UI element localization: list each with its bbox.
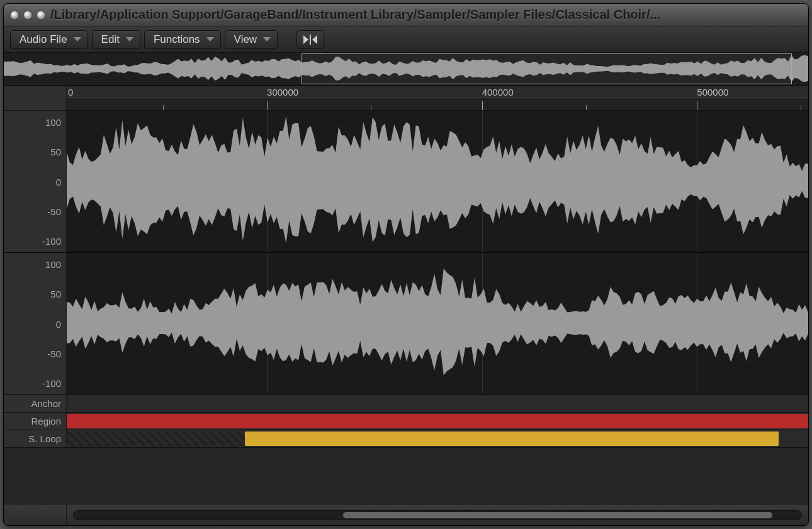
audio-file-menu[interactable]: Audio File: [10, 30, 88, 49]
svg-marker-0: [303, 35, 308, 44]
waveform-channel-left[interactable]: [67, 111, 808, 252]
amp-label: -50: [47, 206, 61, 216]
chevron-down-icon: [263, 37, 271, 42]
ruler-tick-label: 500000: [697, 87, 728, 97]
amp-label: -100: [42, 236, 61, 247]
amp-label: 100: [45, 117, 61, 128]
loop-empty-area: [67, 432, 245, 446]
anchor-body[interactable]: [67, 395, 808, 412]
chevron-down-icon: [126, 37, 133, 42]
view-menu[interactable]: View: [225, 30, 278, 49]
playhead-center-button[interactable]: [296, 30, 324, 49]
sample-editor-window: /Library/Application Support/GarageBand/…: [3, 3, 809, 526]
amplitude-gutter-right: 100 50 0 -50 -100: [4, 253, 67, 394]
amp-label: 0: [56, 176, 61, 187]
ruler-tick-label: 400000: [482, 87, 514, 97]
sloop-lane[interactable]: S. Loop: [4, 430, 808, 447]
functions-label: Functions: [154, 33, 200, 46]
amp-label: 100: [45, 259, 61, 270]
view-label: View: [234, 33, 257, 46]
amplitude-gutter-left: 100 50 0 -50 -100: [4, 111, 67, 252]
titlebar[interactable]: /Library/Application Support/GarageBand/…: [4, 4, 808, 26]
zoom-icon[interactable]: [37, 11, 45, 19]
svg-marker-5: [67, 269, 808, 376]
ruler-tick-label: 300000: [267, 87, 298, 97]
traffic-lights: [10, 11, 45, 19]
overview-waveform[interactable]: [4, 53, 808, 86]
ruler-area: 0 300000 400000 500000: [4, 86, 808, 111]
sloop-body[interactable]: [67, 430, 808, 447]
close-icon[interactable]: [10, 11, 19, 19]
chevron-down-icon: [206, 37, 214, 42]
horizontal-scroll: [67, 510, 808, 520]
waveform-svg: [67, 253, 808, 394]
region-lane[interactable]: Region: [4, 412, 808, 430]
chevron-down-icon: [74, 37, 81, 42]
amp-label: -50: [47, 348, 61, 359]
functions-menu[interactable]: Functions: [144, 30, 221, 49]
bottom-bar: [4, 504, 808, 525]
waveform-svg: [67, 111, 808, 252]
region-body[interactable]: [67, 413, 808, 430]
minimize-icon[interactable]: [23, 11, 32, 19]
toolbar: Audio File Edit Functions View: [4, 26, 808, 53]
region-bar[interactable]: [67, 414, 808, 428]
time-ruler[interactable]: 0 300000 400000 500000: [67, 86, 808, 110]
edit-menu[interactable]: Edit: [92, 30, 140, 49]
amp-label: -100: [42, 378, 61, 389]
amp-label: 50: [50, 147, 61, 157]
sloop-label: S. Loop: [4, 430, 67, 447]
loop-bar[interactable]: [245, 432, 779, 446]
audio-file-label: Audio File: [20, 33, 67, 46]
anchor-lane[interactable]: Anchor: [4, 394, 808, 412]
scroll-track[interactable]: [73, 510, 802, 520]
amp-label: 50: [50, 289, 61, 299]
amp-label: 0: [56, 318, 61, 329]
svg-marker-2: [312, 35, 317, 44]
edit-label: Edit: [101, 33, 120, 46]
waveform-channel-right[interactable]: [67, 253, 808, 394]
playhead-icon: [303, 33, 317, 46]
window-title: /Library/Application Support/GarageBand/…: [50, 8, 802, 22]
ruler-gutter: [4, 86, 67, 110]
ruler-tick-label: 0: [68, 87, 73, 97]
empty-area: [4, 447, 808, 504]
region-label: Region: [4, 413, 67, 430]
overview-selection[interactable]: [302, 53, 792, 84]
svg-marker-4: [67, 116, 808, 243]
scroll-thumb[interactable]: [343, 512, 772, 518]
anchor-label: Anchor: [4, 395, 67, 412]
svg-rect-1: [310, 35, 311, 45]
